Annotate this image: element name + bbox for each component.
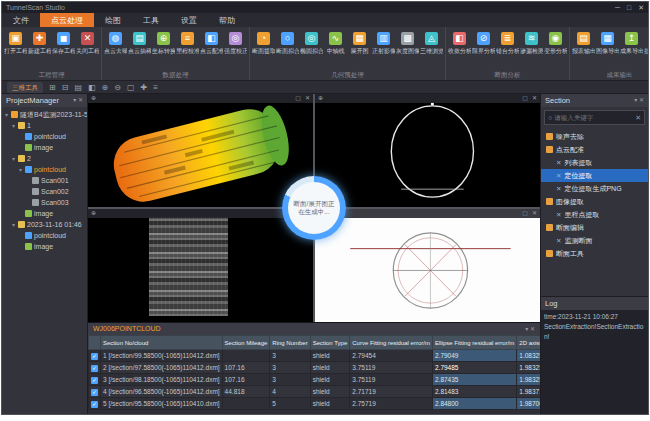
- section-item-4[interactable]: ✕定位提取生成PNG: [541, 182, 648, 195]
- viewport-section-outline[interactable]: ⊕▢✕: [315, 94, 540, 207]
- ribbon-button[interactable]: ◍点云去噪: [104, 29, 127, 69]
- tree-item-6[interactable]: Scan001: [2, 175, 87, 186]
- viewport-axis-icon[interactable]: ⊕: [318, 94, 323, 103]
- tree-item-5[interactable]: ▾pointcloud: [2, 164, 87, 175]
- ribbon-button[interactable]: ▥正射影像: [372, 29, 395, 69]
- ribbon-button[interactable]: ✕关闭工程: [76, 29, 99, 69]
- row-checkbox-cell[interactable]: ✓: [89, 374, 101, 386]
- table-col-header-2[interactable]: Section Mileage: [222, 336, 270, 350]
- table-row[interactable]: ✓5 [/section/95.58500(-1065)110410.dxm]5…: [89, 398, 541, 410]
- menu-tab-4[interactable]: 设置: [170, 13, 208, 27]
- row-checkbox-icon[interactable]: ✓: [91, 377, 98, 384]
- table-row[interactable]: ✓4 [/section/96.58500(-1065)110412.dxm]4…: [89, 386, 541, 398]
- section-item-2[interactable]: ✕列表提取: [541, 156, 648, 169]
- ribbon-button[interactable]: ⊘限界分析: [472, 29, 495, 69]
- ribbon-button[interactable]: ▤报表输出: [572, 29, 595, 69]
- row-checkbox-cell[interactable]: ✓: [89, 386, 101, 398]
- quickbar-icon-5[interactable]: ⊖: [114, 81, 121, 94]
- ribbon-button[interactable]: ◧点云配准: [200, 29, 223, 69]
- menu-tab-0[interactable]: 文件: [2, 13, 40, 27]
- menu-tab-2[interactable]: 绘图: [94, 13, 132, 27]
- tree-item-4[interactable]: ▾2: [2, 153, 87, 164]
- ribbon-button[interactable]: ⊞批量导出: [644, 29, 648, 69]
- tree-item-10[interactable]: ▾2023-11-16 01:46: [2, 219, 87, 230]
- tree-item-1[interactable]: ▾1: [2, 120, 87, 131]
- row-checkbox-cell[interactable]: ✓: [89, 362, 101, 374]
- ribbon-button[interactable]: ▤点云抽稀: [128, 29, 151, 69]
- table-col-header-7[interactable]: 2D axis(%): [517, 336, 540, 350]
- panel-header-icons[interactable]: ▾ ✕: [73, 94, 83, 107]
- ribbon-button[interactable]: ↥成果导出: [620, 29, 643, 69]
- ribbon-button[interactable]: ≣错台分析: [496, 29, 519, 69]
- menu-tab-3[interactable]: 工具: [132, 13, 170, 27]
- row-checkbox-icon[interactable]: ✓: [91, 353, 98, 360]
- quickbar-icon-2[interactable]: ▤: [74, 81, 82, 94]
- tree-item-12[interactable]: image: [2, 241, 87, 252]
- minimize-button[interactable]: ─: [615, 2, 620, 13]
- tree-item-11[interactable]: pointcloud: [2, 230, 87, 241]
- table-col-header-1[interactable]: Section No/cloud: [101, 336, 223, 350]
- search-clear-icon[interactable]: ✕: [635, 114, 641, 122]
- ribbon-button[interactable]: ○断面拟合: [276, 29, 299, 69]
- section-item-0[interactable]: 噪声去除: [541, 130, 648, 143]
- row-checkbox-icon[interactable]: ✓: [91, 365, 98, 372]
- ribbon-button[interactable]: ≋渗漏检测: [520, 29, 543, 69]
- menu-tab-5[interactable]: 帮助: [208, 13, 246, 27]
- viewport-3d-pointcloud[interactable]: ⊕▢✕: [88, 94, 313, 207]
- ribbon-button[interactable]: ▣打开工程: [4, 29, 27, 69]
- section-item-8[interactable]: ✕监测断面: [541, 234, 648, 247]
- table-col-header-0[interactable]: [89, 336, 101, 350]
- section-item-5[interactable]: 图像提取: [541, 195, 648, 208]
- quickbar-icon-4[interactable]: ⊕: [102, 81, 109, 94]
- quickbar-icon-3[interactable]: ◧: [88, 81, 96, 94]
- table-row[interactable]: ✓3 [/section/98.18500(-1065)110412.dxm]1…: [89, 374, 541, 386]
- row-checkbox-cell[interactable]: ✓: [89, 350, 101, 362]
- ribbon-button[interactable]: ∿中轴线: [324, 29, 347, 69]
- ribbon-button[interactable]: ▦展开图: [348, 29, 371, 69]
- viewport-maximize-icon[interactable]: ▢: [522, 209, 528, 218]
- maximize-button[interactable]: □: [627, 2, 631, 13]
- section-item-3[interactable]: ✕定位提取: [541, 169, 648, 182]
- viewport-close-icon[interactable]: ✕: [305, 94, 310, 103]
- quickbar-icon-6[interactable]: ▢: [127, 81, 135, 94]
- viewport-maximize-icon[interactable]: ▢: [522, 94, 528, 103]
- table-col-header-6[interactable]: Ellipse Fitting residual error/m: [432, 336, 516, 350]
- ribbon-button[interactable]: ◼保存工程: [52, 29, 75, 69]
- viewport-intensity-image[interactable]: ⊕▢✕: [88, 209, 313, 322]
- tree-item-0[interactable]: ▾隧道B4监测2023-11-5: [2, 109, 87, 120]
- quickbar-icon-8[interactable]: ≡: [153, 81, 158, 94]
- viewport-close-icon[interactable]: ✕: [532, 94, 537, 103]
- section-search-input[interactable]: [554, 114, 635, 121]
- section-panel-header-icons[interactable]: ▾ ✕: [634, 94, 644, 107]
- ribbon-button[interactable]: ◧收敛分析: [448, 29, 471, 69]
- section-item-1[interactable]: 点云配准: [541, 143, 648, 156]
- table-row[interactable]: ✓2 [/section/97.58500(-1065)110412.dxm]1…: [89, 362, 541, 374]
- section-item-7[interactable]: 断面编辑: [541, 221, 648, 234]
- viewport-axis-icon[interactable]: ⊕: [91, 209, 96, 218]
- tree-item-7[interactable]: Scan002: [2, 186, 87, 197]
- ribbon-button[interactable]: ≡里程校准: [176, 29, 199, 69]
- row-checkbox-icon[interactable]: ✓: [91, 389, 98, 396]
- viewport-maximize-icon[interactable]: ▢: [295, 94, 301, 103]
- table-col-header-3[interactable]: Ring Number: [270, 336, 310, 350]
- ribbon-button[interactable]: ◉变形分析: [544, 29, 567, 69]
- tree-item-3[interactable]: image: [2, 142, 87, 153]
- tree-item-2[interactable]: pointcloud: [2, 131, 87, 142]
- quickbar-icon-0[interactable]: ⊞: [49, 81, 56, 94]
- table-col-header-5[interactable]: Curve Fitting residual error/m: [350, 336, 433, 350]
- viewport-axis-icon[interactable]: ⊕: [91, 94, 96, 103]
- table-col-header-4[interactable]: Section Type: [310, 336, 350, 350]
- results-table-title-icons[interactable]: ▾ ✕: [525, 323, 535, 335]
- ribbon-button[interactable]: ◔断面提取: [252, 29, 275, 69]
- close-button[interactable]: ✕: [638, 2, 644, 13]
- row-checkbox-cell[interactable]: ✓: [89, 398, 101, 410]
- ribbon-button[interactable]: ⊕坐标转换: [152, 29, 175, 69]
- ribbon-button[interactable]: ▩灰度图像: [396, 29, 419, 69]
- ribbon-button[interactable]: ▦图像导出: [596, 29, 619, 69]
- tree-item-8[interactable]: Scan003: [2, 197, 87, 208]
- ribbon-button[interactable]: ◎强度校正: [224, 29, 247, 69]
- log-output[interactable]: time:2023-11-21 10:06:27SectionExtractio…: [541, 310, 648, 414]
- quickbar-icon-1[interactable]: ⊟: [62, 81, 69, 94]
- menu-tab-1[interactable]: 点云处理: [40, 13, 94, 27]
- viewport-section-analysis[interactable]: ⊕▢✕: [315, 209, 540, 322]
